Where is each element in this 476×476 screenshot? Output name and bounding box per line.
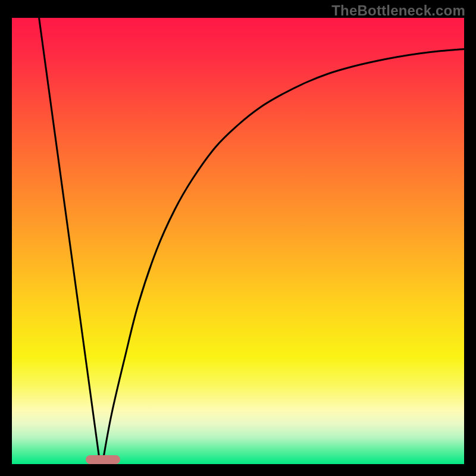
curve-layer	[12, 18, 464, 464]
plot-area	[12, 18, 464, 464]
optimal-marker	[86, 455, 120, 464]
chart-frame: TheBottleneck.com	[0, 0, 476, 476]
curve-left	[39, 18, 101, 464]
watermark: TheBottleneck.com	[331, 2, 465, 19]
curve-right	[102, 49, 464, 465]
